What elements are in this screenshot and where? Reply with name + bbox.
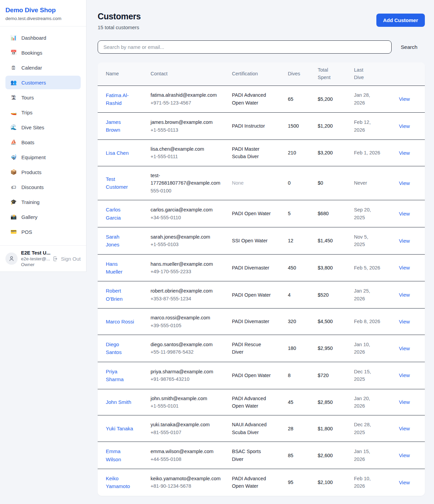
customer-name-link[interactable]: Marco Rossi: [106, 318, 134, 325]
camera-flash-icon: 📸: [10, 214, 17, 220]
customer-name-link[interactable]: Diego Santos: [106, 340, 134, 356]
sidebar-item-trips[interactable]: 🚤 Trips: [5, 106, 81, 119]
customer-total-spent: $2,100: [314, 469, 351, 496]
sidebar-item-training[interactable]: 🎓 Training: [5, 195, 81, 209]
sidebar-item-dive-sites[interactable]: 🌊 Dive Sites: [5, 120, 81, 134]
customer-phone: 555-0100: [151, 187, 225, 194]
sidebar: Demo Dive Shop demo.test.divestreams.com…: [0, 0, 86, 272]
customer-name-link[interactable]: Hans Mueller: [106, 260, 134, 276]
view-link[interactable]: View: [399, 180, 410, 186]
view-link[interactable]: View: [399, 238, 410, 244]
sidebar-item-pos[interactable]: 💳 POS: [5, 225, 81, 239]
view-link[interactable]: View: [399, 452, 410, 458]
customer-certification: None: [232, 179, 273, 187]
column-header: [388, 62, 425, 86]
customer-email: lisa.chen@example.com: [151, 145, 225, 153]
customer-phone: +1-555-0103: [151, 241, 225, 248]
customer-email: diego.santos@example.com: [151, 341, 225, 348]
sidebar-item-dashboard[interactable]: 📊 Dashboard: [5, 31, 81, 44]
table-row: Emma Wilson emma.wilson@example.com +44-…: [98, 442, 425, 469]
customer-name-link[interactable]: Priya Sharma: [106, 368, 134, 384]
customer-name-link[interactable]: Emma Wilson: [106, 447, 134, 463]
sidebar-item-customers[interactable]: 👥 Customers: [5, 76, 81, 89]
calendar-date-icon: 📅: [10, 50, 17, 56]
customer-name-link[interactable]: Carlos Garcia: [106, 206, 134, 222]
sidebar-item-gallery[interactable]: 📸 Gallery: [5, 210, 81, 224]
view-link[interactable]: View: [399, 319, 410, 324]
sign-out-label: Sign Out: [61, 256, 81, 262]
sidebar-item-products[interactable]: 📦 Products: [5, 165, 81, 179]
customer-name-link[interactable]: Yuki Tanaka: [106, 425, 133, 432]
search-row: Search: [98, 40, 425, 54]
view-link[interactable]: View: [399, 123, 410, 129]
view-link[interactable]: View: [399, 480, 410, 485]
user-email: e2e-tester@...: [21, 256, 53, 261]
customer-certification: PADI Rescue Diver: [232, 341, 273, 356]
customer-certification: PADI Open Water: [232, 291, 273, 299]
sidebar-item-boats[interactable]: ⛵ Boats: [5, 135, 81, 149]
customer-name-link[interactable]: Robert O'Brien: [106, 287, 134, 303]
customer-phone: +1-555-0111: [151, 153, 225, 160]
customer-last-dive: Jan 20, 2026: [354, 395, 380, 410]
customer-dives: 1500: [284, 113, 314, 140]
view-link[interactable]: View: [399, 211, 410, 217]
speedboat-icon: 🚤: [10, 109, 17, 115]
view-link[interactable]: View: [399, 426, 410, 431]
table-row: James Brown james.brown@example.com +1-5…: [98, 113, 425, 140]
column-header: Contact: [147, 62, 229, 86]
view-link[interactable]: View: [399, 150, 410, 156]
customer-total-spent: $2,850: [314, 389, 351, 415]
sidebar-item-calendar[interactable]: 🗓 Calendar: [5, 61, 81, 74]
add-customer-button[interactable]: Add Customer: [376, 14, 425, 27]
customer-name-link[interactable]: John Smith: [106, 398, 131, 406]
customer-name-link[interactable]: James Brown: [106, 118, 134, 134]
table-row: Sarah Jones sarah.jones@example.com +1-5…: [98, 227, 425, 255]
main-content: Customers 15 total customers Add Custome…: [86, 0, 434, 504]
view-link[interactable]: View: [399, 346, 410, 351]
customer-certification: PADI Master Scuba Diver: [232, 145, 273, 161]
view-link[interactable]: View: [399, 292, 410, 298]
view-link[interactable]: View: [399, 96, 410, 102]
customer-email: yuki.tanaka@example.com: [151, 421, 225, 428]
table-row: Robert O'Brien robert.obrien@example.com…: [98, 281, 425, 309]
customer-dives: 4: [284, 281, 314, 309]
sidebar-item-discounts[interactable]: 🏷 Discounts: [5, 180, 81, 194]
customer-total-spent: $520: [314, 281, 351, 309]
customer-phone: +971-55-123-4567: [151, 99, 225, 107]
customer-name-link[interactable]: Keiko Yamamoto: [106, 474, 134, 490]
customer-last-dive: Feb 1, 2026: [354, 149, 380, 156]
table-row: Yuki Tanaka yuki.tanaka@example.com +81-…: [98, 415, 425, 442]
sailboat-icon: ⛵: [10, 139, 17, 145]
column-header: Dives: [284, 62, 314, 86]
view-link[interactable]: View: [399, 265, 410, 270]
customer-email: marco.rossi@example.com: [151, 314, 225, 321]
customer-total-spent: $680: [314, 200, 351, 227]
sidebar-item-tours[interactable]: 🏝 Tours: [5, 91, 81, 104]
avatar: [5, 253, 18, 265]
customer-name-link[interactable]: Test Customer: [106, 175, 134, 191]
view-link[interactable]: View: [399, 399, 410, 405]
view-link[interactable]: View: [399, 372, 410, 378]
search-input[interactable]: [98, 40, 392, 54]
customer-dives: 45: [284, 389, 314, 415]
customer-name-link[interactable]: Fatima Al-Rashid: [106, 91, 134, 107]
column-header: Name: [98, 62, 147, 86]
sign-out-button[interactable]: Sign Out: [53, 256, 81, 262]
table-row: Fatima Al-Rashid fatima.alrashid@example…: [98, 86, 425, 113]
customer-certification: PADI Divemaster: [232, 264, 273, 272]
customer-name-link[interactable]: Sarah Jones: [106, 233, 134, 249]
sidebar-item-equipment[interactable]: 🤿 Equipment: [5, 150, 81, 164]
customer-phone: +49-170-555-2233: [151, 268, 225, 275]
customer-total-spent: $3,800: [314, 254, 351, 281]
customer-phone: +39-555-0105: [151, 322, 225, 329]
customer-dives: 5: [284, 200, 314, 227]
search-button[interactable]: Search: [401, 44, 417, 50]
sign-out-icon: [53, 256, 58, 262]
customer-total-spent: $1,200: [314, 113, 351, 140]
user-name: E2E Test U...: [21, 250, 53, 256]
table-row: Test Customer test-1772681807767@example…: [98, 166, 425, 200]
sidebar-item-bookings[interactable]: 📅 Bookings: [5, 46, 81, 59]
customer-name-link[interactable]: Lisa Chen: [106, 149, 129, 157]
customer-email: john.smith@example.com: [151, 395, 225, 402]
graduation-cap-icon: 🎓: [10, 199, 17, 205]
